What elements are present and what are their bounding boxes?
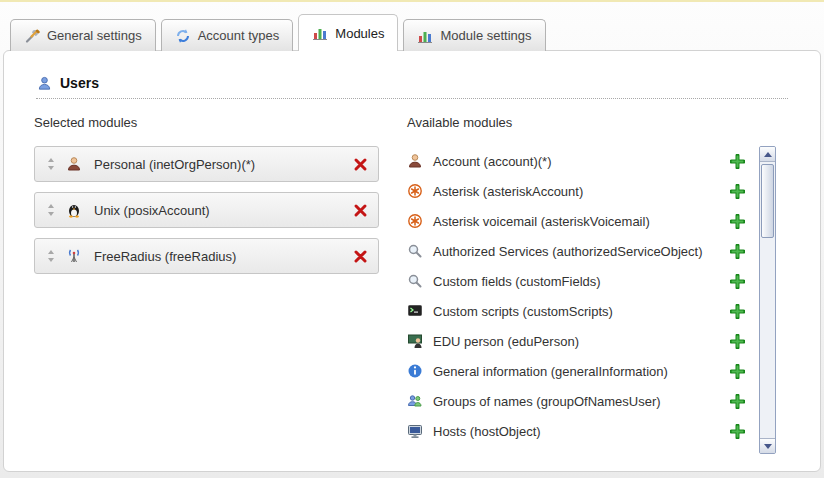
chart-icon: [417, 28, 433, 44]
add-module-button[interactable]: [730, 184, 745, 199]
tab-bar: General settingsAccount typesModulesModu…: [0, 2, 824, 50]
tab-label: Modules: [335, 26, 384, 41]
tab-modules[interactable]: Modules: [298, 14, 398, 51]
available-module-row: Custom scripts (customScripts): [407, 296, 753, 326]
module-label: Account (account)(*): [433, 154, 730, 169]
lam-configuration-page: General settingsAccount typesModulesModu…: [0, 0, 824, 472]
tab-label: Account types: [198, 28, 280, 43]
add-module-button[interactable]: [730, 334, 745, 349]
available-module-row: Asterisk voicemail (asteriskVoicemail): [407, 206, 753, 236]
available-modules-column: Available modules Account (account)(*)As…: [407, 115, 776, 454]
group-icon: [407, 393, 423, 409]
tab-account-types[interactable]: Account types: [161, 19, 294, 51]
info-icon: [407, 363, 423, 379]
delete-module-button[interactable]: [353, 157, 368, 172]
scrollbar-thumb[interactable]: [761, 164, 774, 238]
unix-icon: [66, 202, 82, 218]
selected-module-row[interactable]: FreeRadius (freeRadius): [34, 238, 379, 274]
module-label: Asterisk voicemail (asteriskVoicemail): [433, 214, 730, 229]
section-title: Users: [60, 75, 99, 91]
available-module-row: Hosts (hostObject): [407, 416, 753, 446]
delete-module-button[interactable]: [353, 203, 368, 218]
module-label: Asterisk (asteriskAccount): [433, 184, 730, 199]
tab-module-settings[interactable]: Module settings: [403, 19, 545, 51]
magnifier-icon: [407, 243, 423, 259]
selected-modules-column: Selected modules Personal (inetOrgPerson…: [34, 115, 379, 454]
add-module-button[interactable]: [730, 154, 745, 169]
module-label: General information (generalInformation): [433, 364, 730, 379]
tab-general-settings[interactable]: General settings: [10, 19, 156, 51]
selected-modules-list: Personal (inetOrgPerson)(*)Unix (posixAc…: [34, 146, 379, 274]
available-module-row: Groups of names (groupOfNamesUser): [407, 386, 753, 416]
asterisk-icon: [407, 183, 423, 199]
drag-icon[interactable]: [45, 157, 57, 171]
add-module-button[interactable]: [730, 244, 745, 259]
module-label: EDU person (eduPerson): [433, 334, 730, 349]
tab-label: General settings: [47, 28, 142, 43]
scroll-down-icon: [764, 444, 772, 449]
add-module-button[interactable]: [730, 424, 745, 439]
scroll-down-button[interactable]: [760, 438, 775, 453]
available-modules-area: Account (account)(*)Asterisk (asteriskAc…: [407, 146, 776, 454]
available-module-row: General information (generalInformation): [407, 356, 753, 386]
asterisk-icon: [407, 213, 423, 229]
selected-module-row[interactable]: Personal (inetOrgPerson)(*): [34, 146, 379, 182]
module-label: Unix (posixAccount): [94, 203, 353, 218]
person-icon: [407, 153, 423, 169]
terminal-icon: [407, 303, 423, 319]
add-module-button[interactable]: [730, 274, 745, 289]
module-label: Authorized Services (authorizedServiceOb…: [433, 244, 730, 259]
host-icon: [407, 423, 423, 439]
add-module-button[interactable]: [730, 364, 745, 379]
available-modules-list: Account (account)(*)Asterisk (asteriskAc…: [407, 146, 753, 446]
module-label: FreeRadius (freeRadius): [94, 249, 353, 264]
available-module-row: Authorized Services (authorizedServiceOb…: [407, 236, 753, 266]
person-icon: [66, 156, 82, 172]
module-label: Groups of names (groupOfNamesUser): [433, 394, 730, 409]
available-modules-heading: Available modules: [407, 115, 776, 130]
scrollbar-track[interactable]: [760, 162, 775, 438]
content-panel: Users Selected modules Personal (inetOrg…: [3, 50, 821, 472]
add-module-button[interactable]: [730, 394, 745, 409]
users-icon: [36, 75, 52, 91]
section-header: Users: [36, 75, 788, 99]
add-module-button[interactable]: [730, 214, 745, 229]
module-label: Personal (inetOrgPerson)(*): [94, 157, 353, 172]
drag-icon[interactable]: [45, 203, 57, 217]
modules-columns: Selected modules Personal (inetOrgPerson…: [4, 99, 820, 454]
tab-label: Module settings: [440, 28, 531, 43]
scroll-up-icon: [764, 152, 772, 157]
add-module-button[interactable]: [730, 304, 745, 319]
freeradius-icon: [66, 248, 82, 264]
available-module-row: EDU person (eduPerson): [407, 326, 753, 356]
selected-module-row[interactable]: Unix (posixAccount): [34, 192, 379, 228]
edu-icon: [407, 333, 423, 349]
module-label: Custom scripts (customScripts): [433, 304, 730, 319]
drag-icon[interactable]: [45, 249, 57, 263]
available-module-row: Custom fields (customFields): [407, 266, 753, 296]
wrench-icon: [24, 28, 40, 44]
selected-modules-heading: Selected modules: [34, 115, 379, 130]
scroll-up-button[interactable]: [760, 147, 775, 162]
chart-icon: [312, 25, 328, 41]
refresh-icon: [175, 28, 191, 44]
delete-module-button[interactable]: [353, 249, 368, 264]
available-module-row: Asterisk (asteriskAccount): [407, 176, 753, 206]
module-label: Custom fields (customFields): [433, 274, 730, 289]
available-modules-scrollbar[interactable]: [759, 146, 776, 454]
available-module-row: Account (account)(*): [407, 146, 753, 176]
magnifier-icon: [407, 273, 423, 289]
module-label: Hosts (hostObject): [433, 424, 730, 439]
